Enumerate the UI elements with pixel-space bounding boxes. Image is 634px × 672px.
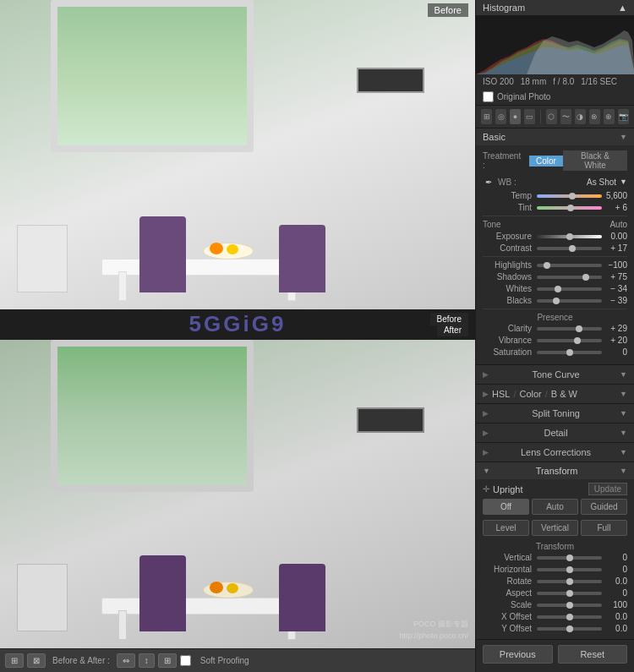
whites-track[interactable] — [537, 287, 602, 291]
vibrance-track[interactable] — [537, 339, 602, 342]
transform-scale-label: Scale — [483, 600, 532, 609]
gradient-filter-icon[interactable]: ▭ — [524, 109, 535, 124]
saturation-value: 0 — [604, 347, 627, 357]
swap-btn[interactable]: ↕ — [139, 653, 155, 668]
upright-vertical-btn[interactable]: Vertical — [532, 520, 578, 536]
clarity-track[interactable] — [537, 327, 602, 331]
original-photo-checkbox[interactable] — [483, 91, 494, 102]
color-title[interactable]: Color — [519, 389, 541, 399]
transform-yoffset-thumb[interactable] — [566, 626, 573, 632]
upright-guided-btn[interactable]: Guided — [581, 499, 627, 515]
lens-icon[interactable]: ⊕ — [604, 109, 615, 124]
split-toning-icon[interactable]: ⊗ — [589, 109, 600, 124]
upright-level-btn[interactable]: Level — [483, 520, 529, 536]
exposure-track[interactable] — [537, 235, 602, 238]
move-icon: ✛ — [483, 484, 489, 494]
tone-curve-arrow: ▼ — [620, 370, 627, 379]
blacks-label: Blacks — [483, 296, 532, 305]
tint-thumb[interactable] — [567, 205, 574, 211]
before-after-toggle[interactable]: ⇔ — [117, 653, 135, 668]
tone-curve-icon[interactable]: 〜 — [560, 109, 571, 124]
aperture: f / 8.0 — [553, 77, 574, 86]
transform-yoffset-track[interactable] — [537, 627, 602, 631]
basic-panel-icon[interactable]: ⬡ — [546, 109, 557, 124]
reset-btn[interactable]: Reset — [558, 645, 628, 664]
detail-header[interactable]: ▶ Detail ▼ — [476, 423, 634, 442]
presence-header: Presence — [483, 313, 627, 322]
detail-section: ▶ Detail ▼ — [476, 423, 634, 443]
before-after-label: Before & After : — [52, 656, 110, 665]
transform-scale-thumb[interactable] — [566, 602, 573, 609]
transform-vertical-track[interactable] — [537, 556, 602, 560]
blacks-track[interactable] — [537, 299, 602, 303]
transform-aspect-thumb[interactable] — [566, 590, 573, 597]
transform-vertical-thumb[interactable] — [566, 555, 573, 561]
camera-cal-icon[interactable]: 📷 — [618, 109, 629, 124]
saturation-slider-row: Saturation 0 — [483, 347, 627, 357]
update-btn[interactable]: Update — [588, 483, 627, 495]
exposure-label: Exposure — [483, 232, 532, 241]
hsl-title[interactable]: HSL — [492, 389, 510, 399]
transform-xoffset-thumb[interactable] — [566, 614, 573, 620]
transform-rotate-track[interactable] — [537, 580, 602, 583]
shadows-track[interactable] — [537, 276, 602, 279]
eyedropper-icon[interactable]: ✒ — [483, 176, 495, 188]
toolbar-btn-2[interactable]: ⊠ — [27, 653, 46, 668]
exposure-thumb[interactable] — [566, 233, 573, 240]
color-treatment-btn[interactable]: Color — [529, 156, 563, 167]
upright-off-btn[interactable]: Off — [483, 499, 529, 515]
transform-rotate-thumb[interactable] — [566, 578, 573, 585]
temp-thumb[interactable] — [569, 193, 576, 199]
scale-slider-row: Scale 100 — [483, 600, 627, 609]
spot-heal-icon[interactable]: ◎ — [495, 109, 506, 124]
transform-yoffset-label: Y Offset — [483, 624, 532, 633]
transform-horizontal-thumb[interactable] — [566, 566, 573, 573]
blacks-thumb[interactable] — [553, 298, 560, 304]
transform-horizontal-label: Horizontal — [483, 565, 532, 574]
wb-dropdown-arrow[interactable]: ▼ — [620, 178, 627, 186]
highlights-thumb[interactable] — [544, 262, 550, 269]
transform-vertical-value: 0 — [604, 553, 627, 562]
auto-tone-btn[interactable]: Auto — [609, 220, 627, 229]
transform-section-header[interactable]: ▼ Transform ▼ — [476, 462, 634, 479]
hsl-icon[interactable]: ◑ — [575, 109, 586, 124]
transform-scale-track[interactable] — [537, 604, 602, 607]
contrast-track[interactable] — [537, 247, 602, 250]
bw-title[interactable]: B & W — [551, 389, 577, 399]
whites-thumb[interactable] — [555, 286, 561, 292]
bw-treatment-btn[interactable]: Black & White — [563, 150, 627, 171]
highlights-track[interactable] — [537, 264, 602, 267]
basic-panel-section: Basic ▼ Treatment : Color Black & White … — [476, 128, 634, 365]
tint-track[interactable] — [537, 206, 602, 210]
transform-aspect-track[interactable] — [537, 592, 602, 595]
contrast-thumb[interactable] — [569, 245, 576, 252]
whites-label: Whites — [483, 284, 532, 293]
transform-xoffset-track[interactable] — [537, 615, 602, 619]
orient-btn[interactable]: ⊞ — [158, 653, 177, 668]
crop-icon[interactable]: ⊞ — [481, 109, 492, 124]
hsl-header[interactable]: ▶ HSL / Color / B & W ▼ — [476, 385, 634, 403]
tone-curve-header[interactable]: ▶ Tone Curve ▼ — [476, 365, 634, 384]
histogram-section: Histogram ▲ — [476, 0, 634, 106]
saturation-track[interactable] — [537, 351, 602, 354]
previous-btn[interactable]: Previous — [483, 645, 553, 664]
temp-track[interactable] — [537, 194, 602, 198]
clarity-thumb[interactable] — [576, 325, 582, 332]
adjustment-brush-icon[interactable]: ● — [510, 109, 521, 124]
contrast-value: + 17 — [604, 243, 627, 253]
transform-horizontal-track[interactable] — [537, 568, 602, 571]
shadows-thumb[interactable] — [582, 274, 589, 281]
whites-slider-row: Whites − 34 — [483, 284, 627, 293]
basic-section-header[interactable]: Basic ▼ — [476, 128, 634, 145]
shadows-label: Shadows — [483, 272, 532, 281]
upright-full-btn[interactable]: Full — [581, 520, 627, 536]
split-toning-header[interactable]: ▶ Split Toning ▼ — [476, 404, 634, 423]
right-scroll-area[interactable]: Basic ▼ Treatment : Color Black & White … — [476, 128, 634, 672]
saturation-thumb[interactable] — [566, 349, 573, 356]
vibrance-thumb[interactable] — [574, 337, 581, 344]
toolbar-btn-1[interactable]: ⊞ — [5, 653, 24, 668]
lens-corrections-header[interactable]: ▶ Lens Corrections ▼ — [476, 443, 634, 462]
upright-auto-btn[interactable]: Auto — [532, 499, 578, 515]
original-photo-label: Original Photo — [497, 92, 550, 101]
soft-proofing-checkbox[interactable] — [180, 655, 191, 666]
